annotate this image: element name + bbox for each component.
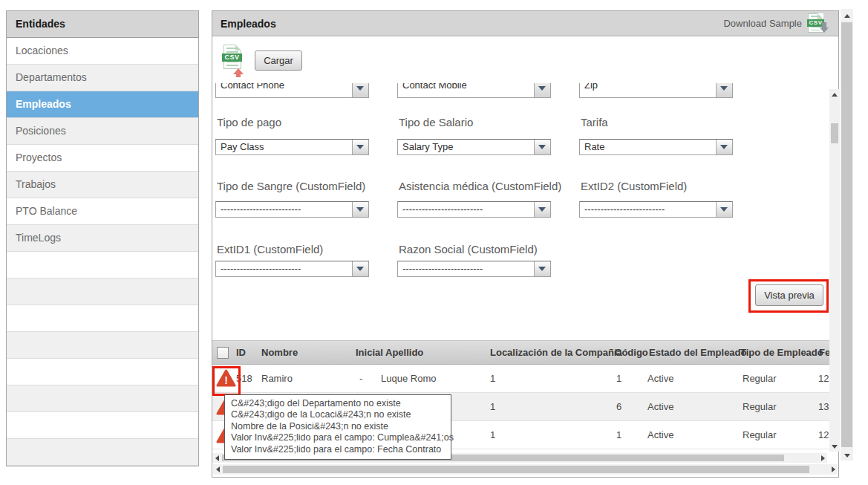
sidebar-item-timelogs[interactable]: TimeLogs (7, 225, 198, 252)
tooltip-line: Nombre de la Posici&#243;n no existe (231, 421, 445, 432)
sidebar-item-posiciones[interactable]: Posiciones (7, 118, 198, 145)
svg-text:!: ! (224, 374, 228, 386)
asistencia-medica-select[interactable]: ------------------------- (397, 201, 551, 218)
cell-localizacion: 1 (490, 365, 495, 392)
col-fecha: Fe (819, 341, 829, 365)
cell-fecha: 12 (818, 365, 829, 392)
col-tipo: Tipo de Empleado (740, 341, 823, 365)
dropdown-arrow-icon[interactable] (534, 261, 550, 276)
cargar-button[interactable]: Cargar (255, 51, 302, 71)
tooltip-line: Valor Inv&#225;lido para el campo: Fecha… (231, 444, 445, 455)
contact-phone-select[interactable]: Contact Phone (215, 83, 369, 98)
razon-social-value: ------------------------- (402, 261, 532, 276)
contact-mobile-value: Contact Mobile (402, 83, 532, 99)
extid2-value: ------------------------- (584, 202, 714, 217)
warning-icon[interactable]: ! (216, 369, 236, 388)
tooltip-line: C&#243;digo de la Locaci&#243;n no exist… (231, 409, 445, 420)
dropdown-arrow-icon[interactable] (352, 261, 368, 276)
sidebar-empty-row (7, 279, 198, 305)
csv-download-icon[interactable]: CSV (808, 13, 828, 33)
dropdown-arrow-icon[interactable] (716, 202, 732, 217)
empleados-panel: Empleados Download Sample CSV (212, 10, 839, 478)
cell-tipo: Regular (743, 393, 777, 420)
contact-mobile-select[interactable]: Contact Mobile (397, 83, 551, 98)
sidebar-empty-row (7, 305, 198, 332)
col-localizacion: Localización de la Compañía (490, 341, 622, 365)
pay-class-select[interactable]: Pay Class (215, 139, 369, 155)
window-vscrollbar-thumb[interactable] (841, 22, 852, 447)
scroll-right-icon[interactable] (829, 464, 838, 475)
tipo-de-sangre-select[interactable]: ------------------------- (215, 201, 369, 218)
csv-stripes (226, 48, 238, 53)
panel-header: Empleados Download Sample CSV (212, 11, 838, 36)
window-vscrollbar[interactable] (841, 9, 853, 460)
select-all-checkbox[interactable] (217, 347, 229, 359)
rate-select[interactable]: Rate (579, 139, 733, 155)
zip-select[interactable]: Zip (579, 83, 733, 98)
form-vscrollbar-thumb[interactable] (831, 123, 838, 143)
cell-estado: Active (647, 421, 673, 449)
sidebar-empty-row (7, 412, 198, 439)
cell-fecha: 13 (818, 393, 829, 420)
sidebar-item-locaciones[interactable]: Locaciones (7, 38, 198, 65)
download-sample-label[interactable]: Download Sample (723, 18, 802, 29)
razon-social-label: Razon Social (CustomField) (399, 243, 538, 255)
download-sample[interactable]: Download Sample CSV (723, 13, 828, 33)
form-vscrollbar[interactable] (829, 89, 840, 452)
col-codigo: Código (615, 341, 648, 365)
csv-upload-icon: CSV (222, 45, 244, 73)
asistencia-medica-label: Asistencia médica (CustomField) (399, 180, 561, 192)
cell-localizacion: 1 (490, 393, 495, 420)
sidebar-item-departamentos[interactable]: Departamentos (7, 65, 198, 91)
scroll-up-icon[interactable] (841, 10, 853, 21)
page: Entidades Locaciones Departamentos Emple… (0, 0, 868, 485)
scroll-down-icon[interactable] (841, 450, 853, 460)
dropdown-arrow-icon[interactable] (534, 202, 550, 217)
tipo-de-sangre-value: ------------------------- (221, 202, 350, 217)
dropdown-arrow-icon[interactable] (352, 202, 368, 217)
scroll-up-icon[interactable] (829, 89, 840, 100)
dropdown-arrow-icon[interactable] (716, 83, 732, 97)
tarifa-label: Tarifa (581, 116, 608, 128)
tooltip-line: C&#243;digo del Departamento no existe (231, 398, 445, 409)
sidebar-item-proyectos[interactable]: Proyectos (7, 145, 198, 172)
dropdown-arrow-icon[interactable] (534, 83, 550, 97)
sidebar-item-empleados[interactable]: Empleados (7, 91, 198, 118)
dropdown-arrow-icon[interactable] (352, 140, 368, 154)
cell-codigo: 6 (616, 393, 621, 420)
vista-previa-button[interactable]: Vista previa (755, 284, 823, 306)
extid1-select[interactable]: ------------------------- (215, 261, 369, 277)
sidebar-item-pto-balance[interactable]: PTO Balance (7, 198, 198, 225)
sidebar-item-trabajos[interactable]: Trabajos (7, 172, 198, 198)
cell-fecha: 12 (818, 421, 829, 449)
scroll-left-icon[interactable] (213, 464, 222, 475)
sidebar-empty-row (7, 252, 198, 279)
dropdown-arrow-icon[interactable] (352, 83, 368, 97)
csv-upload-doc: CSV (223, 45, 241, 69)
panel-hscrollbar[interactable] (213, 464, 838, 475)
scroll-right-icon[interactable] (818, 453, 827, 463)
sidebar-empty-row (7, 385, 198, 412)
download-arrow-icon (820, 27, 829, 33)
cell-estado: Active (647, 393, 673, 420)
scroll-left-icon[interactable] (212, 453, 221, 463)
table-header: ID Nombre Inicial Apellido Localización … (212, 340, 829, 365)
extid2-select[interactable]: ------------------------- (579, 201, 733, 218)
salary-type-select[interactable]: Salary Type (397, 139, 551, 155)
error-tooltip: C&#243;digo del Departamento no existe C… (224, 394, 451, 460)
cell-localizacion: 1 (490, 421, 495, 449)
rate-value: Rate (584, 140, 714, 154)
cell-nombre: Ramiro (261, 365, 293, 392)
sidebar-title: Entidades (7, 11, 198, 38)
table-row[interactable]: 518 Ramiro - Luque Romo 1 1 Active Regul… (212, 365, 829, 393)
razon-social-select[interactable]: ------------------------- (397, 261, 551, 277)
col-inicial: Inicial (356, 341, 383, 365)
form-viewport: Contact Phone Contact Mobile Zip Tipo de… (212, 83, 829, 463)
dropdown-arrow-icon[interactable] (716, 140, 732, 154)
col-estado: Estado del Empleado (649, 341, 746, 365)
scroll-down-icon[interactable] (829, 441, 840, 452)
upload-arrow-icon (236, 73, 241, 77)
dropdown-arrow-icon[interactable] (534, 140, 550, 154)
panel-hscrollbar-thumb[interactable] (223, 466, 809, 473)
cell-codigo: 1 (616, 421, 621, 449)
